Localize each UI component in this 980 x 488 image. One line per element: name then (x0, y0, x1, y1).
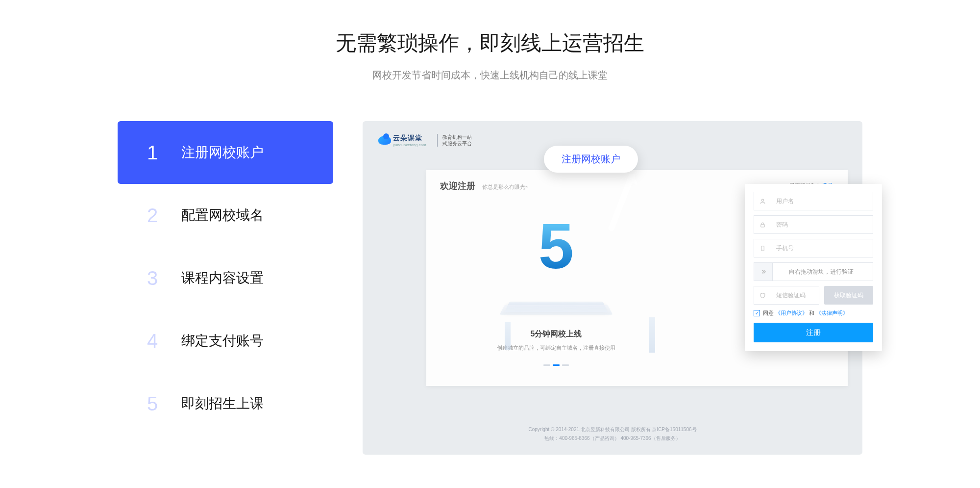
carousel-dot[interactable] (553, 364, 560, 366)
shield-icon (759, 292, 766, 299)
step-num: 1 (147, 142, 181, 164)
step-label: 课程内容设置 (181, 269, 264, 287)
step-item-1[interactable]: 1 注册网校账户 (118, 121, 333, 184)
lock-icon (759, 222, 766, 228)
step-nav: 1 注册网校账户 2 配置网校域名 3 课程内容设置 4 绑定支付账号 5 即刻… (118, 121, 333, 435)
hotline-line: 热线：400-965-8366（产品咨询） 400-965-7366（售后服务） (363, 434, 862, 443)
carousel-dots (456, 364, 657, 366)
step-item-3[interactable]: 3 课程内容设置 (118, 247, 333, 309)
logo-text: 云朵课堂 (393, 134, 426, 143)
legal-notice-link[interactable]: 《法律声明》 (816, 310, 848, 316)
sms-code-placeholder: 短信验证码 (776, 291, 806, 300)
phone-icon (759, 245, 766, 252)
logo-domain: yunduoketang.com (393, 143, 426, 147)
sms-code-field[interactable]: 短信验证码 (754, 286, 819, 305)
phone-field[interactable]: 手机号 (754, 239, 873, 257)
slider-handle[interactable] (754, 263, 773, 281)
carousel-dot[interactable] (562, 364, 569, 366)
step-label: 即刻招生上课 (181, 394, 264, 413)
preview-panel: 云朵课堂 yunduoketang.com 教育机构一站 式服务云平台 注册网校… (363, 121, 862, 455)
card-subtitle: 你总是那么有眼光~ (482, 183, 528, 191)
agree-checkbox[interactable]: ✓ (754, 310, 760, 316)
page-title: 无需繁琐操作，即刻线上运营招生 (0, 29, 980, 57)
hero: 5 5分钟网校上线 创建独立的品牌，可绑定自主域名，注册直接使用 (456, 214, 657, 366)
user-icon (759, 198, 766, 205)
step-num: 2 (147, 205, 181, 227)
step-label: 配置网校域名 (181, 206, 264, 225)
get-code-button[interactable]: 获取验证码 (824, 286, 873, 305)
pointer-arrow-icon (603, 174, 637, 233)
bar-decoration (649, 317, 655, 353)
agree-row: ✓ 同意 《用户协议》 和 《法律声明》 (754, 309, 873, 317)
copyright-line: Copyright © 2014-2021.北京昱新科技有限公司 版权所有 京I… (363, 425, 862, 434)
platform-illustration (499, 305, 612, 315)
svg-rect-2 (760, 224, 764, 227)
phone-placeholder: 手机号 (776, 244, 794, 253)
step-label: 注册网校账户 (181, 143, 264, 162)
hero-title: 5分钟网校上线 (456, 329, 657, 339)
register-form: 用户名 密码 手机号 (745, 184, 882, 351)
carousel-dot[interactable] (543, 364, 550, 366)
password-field[interactable]: 密码 (754, 215, 873, 234)
step-num: 4 (147, 330, 181, 352)
card-title: 欢迎注册 (440, 180, 475, 192)
step-num: 3 (147, 267, 181, 289)
page-subtitle: 网校开发节省时间成本，快速上线机构自己的线上课堂 (0, 69, 980, 82)
preview-footer: Copyright © 2014-2021.北京昱新科技有限公司 版权所有 京I… (363, 425, 862, 443)
hero-desc: 创建独立的品牌，可绑定自主域名，注册直接使用 (456, 344, 657, 352)
callout-bubble: 注册网校账户 (544, 146, 638, 173)
step-label: 绑定支付账号 (181, 332, 264, 350)
step-num: 5 (147, 393, 181, 415)
username-placeholder: 用户名 (776, 197, 794, 205)
register-card: 欢迎注册 你总是那么有眼光~ 已有账号? 去 登录 5 5分钟网校上线 创建独立… (426, 170, 848, 386)
slider-captcha[interactable]: 向右拖动滑块，进行验证 (754, 262, 873, 281)
cloud-icon (378, 136, 391, 145)
logo-tagline: 教育机构一站 式服务云平台 (442, 134, 472, 147)
register-button[interactable]: 注册 (754, 323, 873, 342)
logo-separator (437, 134, 438, 147)
step-item-4[interactable]: 4 绑定支付账号 (118, 309, 333, 372)
logo: 云朵课堂 yunduoketang.com 教育机构一站 式服务云平台 (378, 134, 847, 147)
logo-mark: 云朵课堂 yunduoketang.com (378, 134, 432, 146)
step-item-5[interactable]: 5 即刻招生上课 (118, 372, 333, 435)
user-agreement-link[interactable]: 《用户协议》 (775, 310, 808, 316)
svg-point-1 (761, 199, 763, 201)
bar-decoration (505, 322, 511, 350)
password-placeholder: 密码 (776, 221, 788, 229)
slider-text: 向右拖动滑块，进行验证 (789, 268, 854, 276)
username-field[interactable]: 用户名 (754, 192, 873, 210)
hero-big-number: 5 (512, 214, 600, 278)
step-item-2[interactable]: 2 配置网校域名 (118, 184, 333, 247)
